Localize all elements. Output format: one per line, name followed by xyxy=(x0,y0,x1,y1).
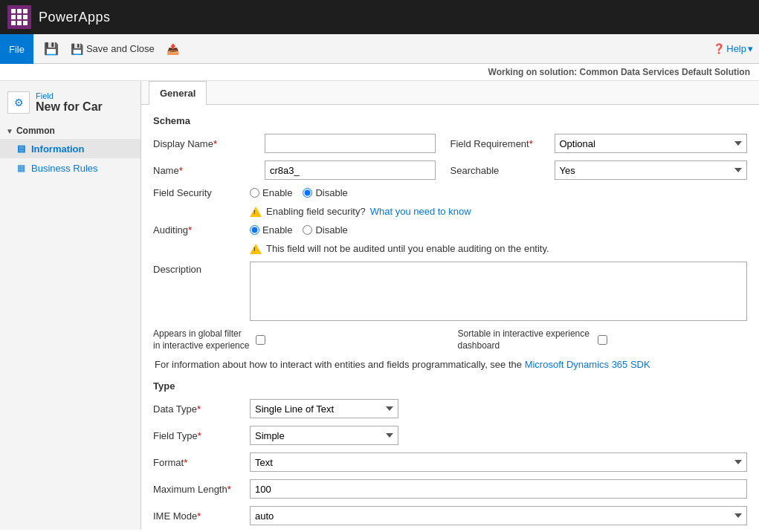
auditing-disable-input[interactable] xyxy=(303,225,312,235)
field-security-warning-row: ! Enabling field security? What you need… xyxy=(153,206,747,217)
business-rules-label: Business Rules xyxy=(31,163,98,174)
auditing-radios: Enable Disable xyxy=(250,224,348,236)
sidebar-common-header[interactable]: ▼ Common xyxy=(0,121,141,139)
field-requirement-select-wrap: Optional Business Recommended Business R… xyxy=(555,134,748,153)
information-icon: ▤ xyxy=(15,143,27,155)
field-security-disable-radio[interactable]: Disable xyxy=(303,187,347,198)
ime-mode-label: IME Mode* xyxy=(153,510,250,522)
name-star: * xyxy=(179,165,183,176)
description-label: Description xyxy=(153,262,250,321)
data-type-select-wrap: Single Line of Text Multiple Lines of Te… xyxy=(250,399,398,418)
help-circle-icon: ❓ xyxy=(713,43,725,54)
sdk-note: For information about how to interact wi… xyxy=(153,359,747,370)
display-name-label: Display Name* xyxy=(153,138,265,149)
global-filter-label: Appears in global filter in interactive … xyxy=(153,328,250,351)
save-close-label: Save and Close xyxy=(86,43,155,54)
field-security-label: Field Security xyxy=(153,187,250,198)
solution-banner: Working on solution: Common Data Service… xyxy=(0,64,759,81)
save-close-button[interactable]: 💾 Save and Close xyxy=(66,41,159,57)
sidebar: ⚙ Field New for Car ▼ Common ▤ Informati… xyxy=(0,81,141,530)
sortable-label: Sortable in interactive experience dashb… xyxy=(458,328,592,351)
entity-link-label[interactable]: Field xyxy=(36,91,103,100)
auditing-label: Auditing* xyxy=(153,224,250,236)
entity-icon: ⚙ xyxy=(7,91,30,114)
field-requirement-col: Field Requirement* Optional Business Rec… xyxy=(450,134,748,153)
sidebar-item-business-rules[interactable]: ▦ Business Rules xyxy=(0,158,141,178)
publish-button[interactable]: 📤 xyxy=(162,41,184,57)
waffle-icon xyxy=(11,9,28,25)
help-button[interactable]: ❓ Help ▾ xyxy=(713,43,753,54)
format-row: Format* Text Email Text Area URL Ticker … xyxy=(153,452,747,472)
waffle-button[interactable] xyxy=(7,5,31,29)
entity-title: New for Car xyxy=(36,100,103,114)
main-layout: ⚙ Field New for Car ▼ Common ▤ Informati… xyxy=(0,81,759,530)
warning-triangle-icon: ! xyxy=(250,207,262,217)
description-row: Description xyxy=(153,262,747,321)
common-label: Common xyxy=(16,126,55,136)
display-name-star: * xyxy=(213,138,217,149)
ime-mode-row: IME Mode* auto active inactive disabled xyxy=(153,506,747,525)
field-security-row: Field Security Enable Disable xyxy=(153,187,747,198)
ime-mode-select[interactable]: auto active inactive disabled xyxy=(250,506,747,525)
field-requirement-label: Field Requirement* xyxy=(450,138,555,149)
app-title: PowerApps xyxy=(39,10,111,25)
auditing-row: Auditing* Enable Disable xyxy=(153,224,747,236)
description-textarea[interactable] xyxy=(250,262,747,321)
chevron-icon: ▼ xyxy=(6,127,13,135)
auditing-star: * xyxy=(188,224,192,236)
name-label: Name* xyxy=(153,165,265,176)
field-security-radios: Enable Disable xyxy=(250,187,348,198)
name-input[interactable] xyxy=(265,160,436,180)
help-label: Help xyxy=(726,43,746,54)
format-select-wrap: Text Email Text Area URL Ticker Symbol P… xyxy=(250,452,747,472)
format-star: * xyxy=(184,457,187,468)
searchable-select[interactable]: Yes No xyxy=(555,160,748,180)
top-bar: PowerApps xyxy=(0,0,759,34)
field-requirement-select[interactable]: Optional Business Recommended Business R… xyxy=(555,134,748,153)
save-icon-button[interactable]: 💾 xyxy=(39,39,63,58)
field-type-star: * xyxy=(198,430,201,441)
content-area: General Schema Display Name* Field Requi… xyxy=(141,81,759,530)
field-security-enable-input[interactable] xyxy=(250,188,259,198)
help-chevron-icon: ▾ xyxy=(748,43,753,54)
field-security-enable-radio[interactable]: Enable xyxy=(250,187,292,198)
auditing-disable-radio[interactable]: Disable xyxy=(303,224,347,236)
entity-header: ⚙ Field New for Car xyxy=(0,88,141,121)
searchable-col: Searchable Yes No xyxy=(450,160,748,180)
toolbar: File 💾 💾 Save and Close 📤 ❓ Help ▾ xyxy=(0,34,759,64)
field-security-disable-input[interactable] xyxy=(303,188,312,198)
field-type-select[interactable]: Simple Calculated Rollup xyxy=(250,426,398,445)
max-length-label: Maximum Length* xyxy=(153,484,250,495)
sortable-col: Sortable in interactive experience dashb… xyxy=(443,328,748,351)
business-rules-icon: ▦ xyxy=(15,162,27,174)
auditing-enable-input[interactable] xyxy=(250,225,259,235)
display-name-col: Display Name* xyxy=(153,134,450,153)
sidebar-item-information[interactable]: ▤ Information xyxy=(0,139,141,158)
global-filter-row: Appears in global filter in interactive … xyxy=(153,328,747,351)
max-length-input-wrap xyxy=(250,479,747,499)
max-length-input[interactable] xyxy=(250,479,747,499)
save-icon: 💾 xyxy=(44,42,59,56)
auditing-enable-radio[interactable]: Enable xyxy=(250,224,292,236)
tab-general[interactable]: General xyxy=(149,81,207,105)
sortable-checkbox[interactable] xyxy=(598,335,607,345)
file-button[interactable]: File xyxy=(0,34,33,64)
field-security-link[interactable]: What you need to know xyxy=(370,206,471,217)
save-icon2: 💾 xyxy=(71,43,83,55)
field-type-row: Field Type* Simple Calculated Rollup xyxy=(153,426,747,445)
auditing-note-row: ! This field will not be audited until y… xyxy=(153,243,747,254)
display-name-input[interactable] xyxy=(265,134,436,153)
auditing-warning-icon: ! xyxy=(250,244,262,254)
display-name-row: Display Name* Field Requirement* Optiona… xyxy=(153,134,747,153)
ime-mode-select-wrap: auto active inactive disabled xyxy=(250,506,747,525)
name-row: Name* Searchable Yes No xyxy=(153,160,747,180)
searchable-label: Searchable xyxy=(450,165,555,176)
field-security-warning-text: Enabling field security? xyxy=(266,206,366,217)
format-select[interactable]: Text Email Text Area URL Ticker Symbol P… xyxy=(250,452,747,472)
name-col: Name* xyxy=(153,160,450,180)
global-filter-checkbox[interactable] xyxy=(256,335,265,345)
sdk-link[interactable]: Microsoft Dynamics 365 SDK xyxy=(525,359,650,370)
data-type-select[interactable]: Single Line of Text Multiple Lines of Te… xyxy=(250,399,398,418)
form-content: Schema Display Name* Field Requirement* … xyxy=(141,105,759,530)
max-length-row: Maximum Length* xyxy=(153,479,747,499)
